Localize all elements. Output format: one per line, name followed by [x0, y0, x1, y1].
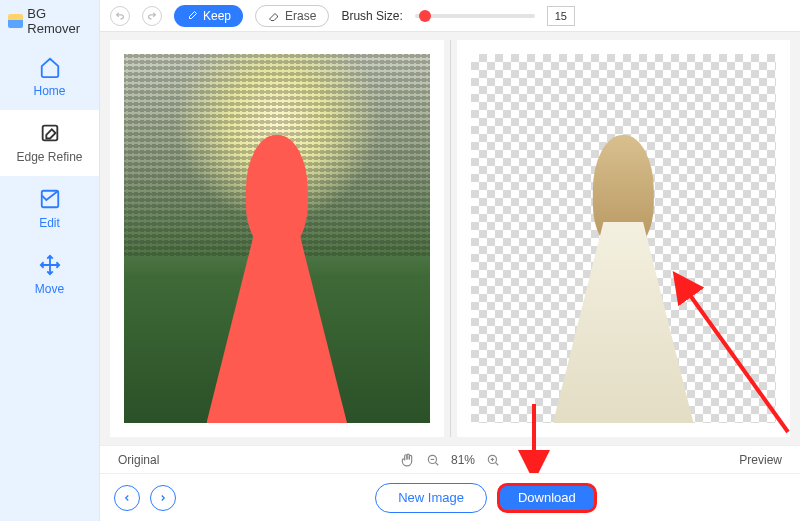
zoom-percent: 81%: [451, 453, 475, 467]
next-image-button[interactable]: [150, 485, 176, 511]
preview-image[interactable]: [471, 54, 777, 423]
sidebar-item-label: Edge Refine: [16, 150, 82, 164]
prev-image-button[interactable]: [114, 485, 140, 511]
brush-icon: [186, 10, 198, 22]
cutout-dress: [553, 222, 694, 423]
original-label: Original: [118, 453, 331, 467]
home-icon: [39, 56, 61, 78]
brush-size-label: Brush Size:: [341, 9, 402, 23]
logo-text: BG Remover: [27, 6, 91, 36]
erase-brush-button[interactable]: Erase: [255, 5, 329, 27]
new-image-label: New Image: [398, 490, 464, 505]
original-image[interactable]: [124, 54, 430, 423]
zoom-in-button[interactable]: [485, 452, 501, 468]
sidebar: BG Remover Home Edge Refine Edit Move: [0, 0, 100, 521]
app-logo: BG Remover: [0, 0, 99, 44]
move-icon: [39, 254, 61, 276]
keep-brush-button[interactable]: Keep: [174, 5, 243, 27]
brush-size-slider[interactable]: [415, 14, 535, 18]
zoom-row: Original 81% Preview: [100, 445, 800, 473]
edge-refine-icon: [39, 122, 61, 144]
undo-button[interactable]: [110, 6, 130, 26]
redo-button[interactable]: [142, 6, 162, 26]
keep-label: Keep: [203, 9, 231, 23]
pane-divider[interactable]: [450, 40, 451, 437]
person-mask: [206, 135, 347, 423]
zoom-controls: 81%: [343, 452, 556, 468]
new-image-button[interactable]: New Image: [375, 483, 487, 513]
zoom-out-button[interactable]: [425, 452, 441, 468]
preview-label: Preview: [569, 453, 782, 467]
slider-thumb[interactable]: [419, 10, 431, 22]
main-panel: Keep Erase Brush Size: 15: [100, 0, 800, 521]
download-label: Download: [518, 490, 576, 505]
person-cutout: [553, 135, 694, 423]
mask-dress: [206, 222, 347, 423]
sidebar-item-label: Move: [35, 282, 64, 296]
sidebar-item-home[interactable]: Home: [0, 44, 99, 110]
download-button[interactable]: Download: [497, 483, 597, 513]
preview-pane: [457, 40, 791, 437]
sidebar-item-label: Home: [33, 84, 65, 98]
original-pane: [110, 40, 444, 437]
eraser-icon: [268, 10, 280, 22]
edit-icon: [39, 188, 61, 210]
erase-label: Erase: [285, 9, 316, 23]
brush-size-value[interactable]: 15: [547, 6, 575, 26]
sidebar-item-edge-refine[interactable]: Edge Refine: [0, 110, 99, 176]
sidebar-item-move[interactable]: Move: [0, 242, 99, 308]
sidebar-item-label: Edit: [39, 216, 60, 230]
pan-hand-icon[interactable]: [399, 452, 415, 468]
toolbar: Keep Erase Brush Size: 15: [100, 0, 800, 32]
app-root: BG Remover Home Edge Refine Edit Move Ke…: [0, 0, 800, 521]
bottom-bar: New Image Download: [100, 473, 800, 521]
sidebar-item-edit[interactable]: Edit: [0, 176, 99, 242]
logo-icon: [8, 14, 23, 28]
svg-line-10: [495, 462, 498, 465]
svg-line-6: [435, 462, 438, 465]
canvas-area: [100, 32, 800, 445]
